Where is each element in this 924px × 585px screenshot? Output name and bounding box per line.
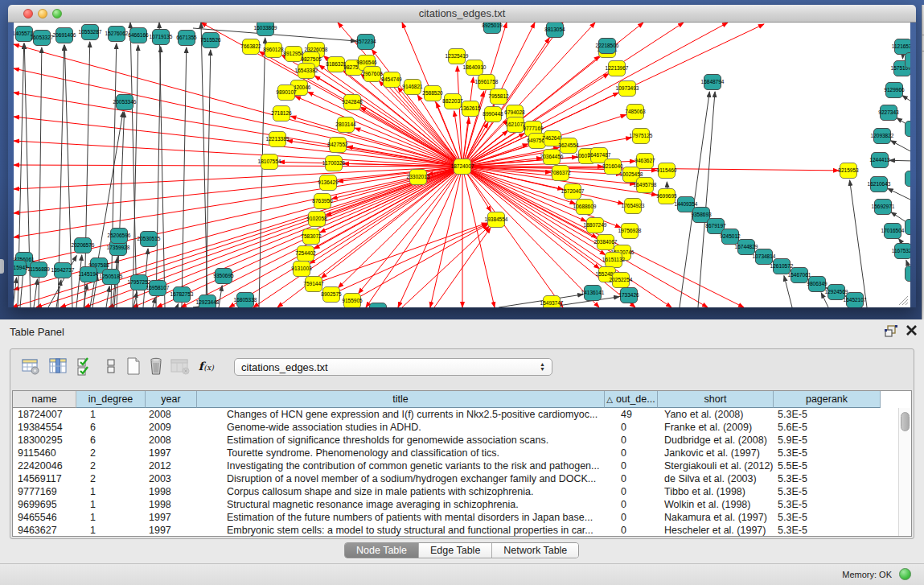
graph-node[interactable]: 16210643 [868,177,891,192]
graph-node[interactable]: 16151132 [602,253,626,268]
table-settings-button[interactable] [20,356,41,377]
column-header-name[interactable]: name [13,391,76,408]
graph-node[interactable]: 7583072 [301,229,322,245]
graph-node[interactable]: 16744829 [735,240,758,255]
graph-node[interactable]: 17654923 [622,199,645,214]
graph-node[interactable]: 7515526 [200,33,221,48]
graph-node[interactable]: 9102058 [306,212,327,227]
graph-node[interactable]: 16452107 [844,293,867,308]
select-columns-button[interactable] [75,356,96,377]
graph-node[interactable]: 18724007 [451,159,474,175]
table-row[interactable]: 977716911998Corpus callosum shape and si… [13,485,899,498]
graph-node[interactable]: 9227343 [878,105,899,121]
memory-status-indicator[interactable] [899,568,911,580]
column-header-out_de[interactable]: △out_de... [605,391,658,408]
graph-node[interactable]: 9131003 [291,262,312,277]
graph-node[interactable]: 8990448 [483,107,503,122]
graph-node[interactable]: 17975125 [630,129,653,144]
graph-node[interactable]: 1145194 [79,267,99,282]
graph-node[interactable]: 10719135 [150,30,173,45]
graph-node[interactable] [906,171,911,187]
graph-node[interactable]: 12213967 [606,61,629,76]
graph-node[interactable]: 19756928 [618,224,642,239]
network-canvas[interactable]: 1872400776638228960128891295423226058982… [14,23,910,307]
graph-node[interactable]: 7591447 [303,277,324,292]
graph-node[interactable]: 8902575 [321,287,342,303]
graph-node[interactable]: 8960128 [263,43,284,58]
graph-node[interactable]: 20206576 [72,238,95,253]
graph-node[interactable]: 16958107 [146,281,170,296]
window-titlebar[interactable]: citations_edges.txt [8,5,916,23]
graph-node[interactable] [906,53,911,68]
graph-node[interactable]: 10688609 [573,200,597,215]
graph-node[interactable]: 7086372 [550,166,571,181]
graph-node[interactable]: 12325419 [446,49,469,64]
table-row[interactable]: 946554611997Estimation of the future num… [13,511,899,524]
table-source-select[interactable]: citations_edges.txt ▲▼ [234,358,552,376]
column-header-year[interactable]: year [146,391,197,408]
graph-node[interactable]: 7663822 [240,39,261,55]
table-row[interactable]: 1938455462009Genome-wide association stu… [13,421,899,434]
graph-node[interactable]: 3624554 [558,138,579,154]
table-row[interactable]: 2242004622012Investigating the contribut… [13,459,899,472]
graph-node[interactable] [906,266,911,282]
graph-node[interactable]: 9115460 [657,163,677,179]
graph-node[interactable]: 9155905 [342,294,363,308]
graph-node[interactable]: 8813054 [544,23,565,38]
graph-node[interactable] [906,122,911,137]
graph-node[interactable]: 20053346 [113,95,137,110]
graph-node[interactable]: 7955812 [488,89,509,105]
graph-node[interactable]: 9136429 [318,175,339,191]
delete-table-button[interactable] [146,356,166,377]
graph-node[interactable]: 9350695 [213,269,234,284]
show-column-button[interactable] [47,356,68,377]
graph-node[interactable]: 8215953 [838,163,859,179]
graph-node[interactable]: 2588520 [422,86,443,101]
row-height-button[interactable] [101,356,121,377]
graph-node[interactable]: 22218506 [596,39,619,54]
graph-node[interactable]: 2967608 [362,67,383,82]
graph-node[interactable]: 15493747 [540,296,564,308]
graph-node[interactable]: 15720407 [561,184,585,200]
graph-node[interactable]: 14136141 [581,286,605,301]
graph-node[interactable]: 11156889 [27,262,50,278]
column-header-in_degree[interactable]: in_degree [76,391,146,408]
graph-node[interactable]: 1733426 [618,288,639,303]
table-row[interactable]: 1872400712008Changes of HCN gene express… [13,408,899,421]
graph-node[interactable]: 16782753 [170,287,194,303]
graph-node[interactable]: 9890107 [276,85,297,101]
graph-node[interactable]: 8572234 [355,35,376,50]
graph-node[interactable]: 13942737 [51,263,75,278]
graph-node[interactable]: 20530515 [138,232,161,247]
scrollbar-thumb[interactable] [901,412,910,431]
graph-node[interactable]: 11216532 [892,39,910,55]
graph-node[interactable]: 1244413 [869,153,890,168]
citation-network-graph[interactable]: 1872400776638228960128891295423226058982… [14,23,910,307]
graph-node[interactable]: 7485063 [625,105,646,120]
graph-node[interactable]: 18640910 [463,60,487,76]
graph-node[interactable]: 16033809 [254,23,277,36]
new-table-button[interactable] [123,356,144,377]
graph-node[interactable]: 9129966 [884,83,905,98]
graph-node[interactable]: 16961758 [475,75,499,90]
graph-node[interactable]: 6466166 [128,28,149,43]
graph-node[interactable]: 10973493 [616,81,639,97]
graph-node[interactable]: 8925019 [482,23,503,34]
graph-node[interactable]: 18807249 [584,218,607,233]
graph-node[interactable]: 23302013 [407,170,430,185]
graph-node[interactable]: 6671355 [176,31,197,46]
close-panel-icon[interactable] [906,324,918,336]
table-row[interactable]: 969969511998Structural magnetic resonanc… [13,498,899,511]
graph-node[interactable]: 12505185 [100,270,123,285]
graph-node[interactable]: 2718126 [271,106,292,122]
graph-node[interactable]: 16053327 [31,31,54,46]
graph-node[interactable] [906,220,911,235]
graph-node[interactable]: 9242848 [342,95,363,110]
graph-node[interactable]: 17016504 [881,224,905,239]
graph-node[interactable]: 11700326 [322,156,346,171]
column-header-pagerank[interactable]: pagerank [774,391,881,408]
table-row[interactable]: 1830029562008Estimation of significance … [13,434,899,447]
table-row[interactable]: 911546021997Tourette syndrome. Phenomeno… [13,447,899,459]
function-builder-button[interactable]: f(x) [197,356,218,377]
graph-node[interactable]: 10734814 [753,249,776,265]
